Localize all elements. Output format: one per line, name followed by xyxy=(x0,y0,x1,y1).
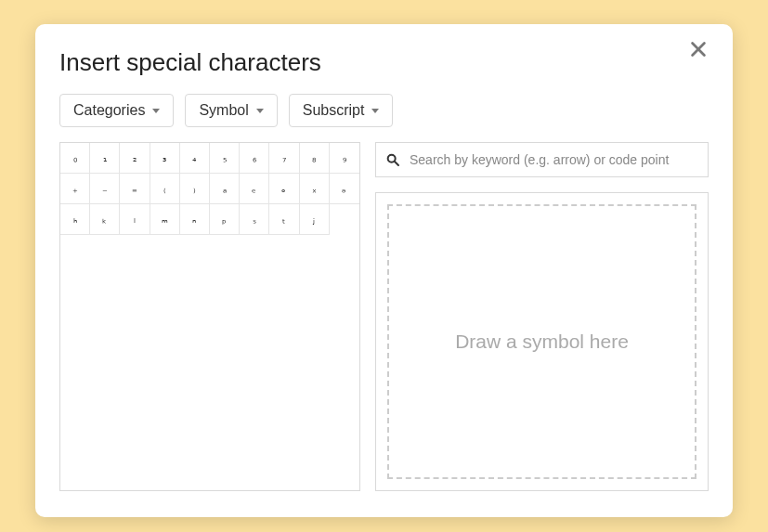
chevron-down-icon xyxy=(371,109,379,113)
character-cell[interactable]: ₀ xyxy=(60,143,90,174)
content-row: ₀₁₂₃₄₅₆₇₈₉₊₋₌₍₎ₐₑₒₓₔₕₖₗₘₙₚₛₜⱼ Draw a sym… xyxy=(59,142,709,491)
character-cell[interactable]: ₇ xyxy=(269,143,299,174)
draw-hint: Draw a symbol here xyxy=(455,331,629,353)
search-icon xyxy=(385,152,400,167)
character-cell[interactable]: ₉ xyxy=(330,143,359,174)
draw-panel: Draw a symbol here xyxy=(375,192,709,491)
character-cell[interactable]: ₒ xyxy=(269,174,299,204)
group-dropdown-label: Symbol xyxy=(199,102,248,119)
character-cell[interactable]: ⱼ xyxy=(300,204,330,235)
character-cell[interactable]: ₕ xyxy=(60,204,90,235)
close-icon xyxy=(688,39,709,59)
close-button[interactable] xyxy=(688,39,714,65)
character-cell[interactable]: ₎ xyxy=(180,174,210,204)
character-cell[interactable]: ₌ xyxy=(120,174,150,204)
character-grid: ₀₁₂₃₄₅₆₇₈₉₊₋₌₍₎ₐₑₒₓₔₕₖₗₘₙₚₛₜⱼ xyxy=(60,143,359,235)
character-cell[interactable]: ₛ xyxy=(240,204,269,235)
right-column: Draw a symbol here xyxy=(375,142,709,491)
categories-dropdown-label: Categories xyxy=(73,102,145,119)
character-cell[interactable]: ₙ xyxy=(180,204,210,235)
character-cell[interactable]: ₋ xyxy=(90,174,120,204)
character-cell[interactable]: ₖ xyxy=(90,204,120,235)
character-cell[interactable]: ₔ xyxy=(330,174,359,204)
character-cell[interactable]: ₃ xyxy=(150,143,180,174)
character-cell[interactable]: ₊ xyxy=(60,174,90,204)
character-cell[interactable]: ₅ xyxy=(210,143,240,174)
subgroup-dropdown[interactable]: Subscript xyxy=(289,94,394,127)
character-grid-panel: ₀₁₂₃₄₅₆₇₈₉₊₋₌₍₎ₐₑₒₓₔₕₖₗₘₙₚₛₜⱼ xyxy=(59,142,360,491)
character-cell[interactable]: ₍ xyxy=(150,174,180,204)
character-cell[interactable]: ₑ xyxy=(240,174,269,204)
character-cell[interactable]: ₘ xyxy=(150,204,180,235)
group-dropdown[interactable]: Symbol xyxy=(185,94,277,127)
draw-area[interactable]: Draw a symbol here xyxy=(387,204,696,479)
svg-line-3 xyxy=(395,162,398,165)
subgroup-dropdown-label: Subscript xyxy=(303,102,365,119)
character-cell[interactable]: ₂ xyxy=(120,143,150,174)
search-input[interactable] xyxy=(408,151,698,168)
character-cell[interactable]: ₁ xyxy=(90,143,120,174)
character-cell[interactable]: ₜ xyxy=(269,204,299,235)
character-cell[interactable]: ₈ xyxy=(300,143,330,174)
special-characters-dialog: Insert special characters Categories Sym… xyxy=(35,24,733,517)
character-cell[interactable]: ₆ xyxy=(240,143,269,174)
character-cell[interactable]: ₗ xyxy=(120,204,150,235)
character-cell[interactable]: ₐ xyxy=(210,174,240,204)
chevron-down-icon xyxy=(152,109,160,113)
character-cell[interactable]: ₚ xyxy=(210,204,240,235)
character-cell[interactable]: ₄ xyxy=(180,143,210,174)
character-cell[interactable]: ₓ xyxy=(300,174,330,204)
dialog-title: Insert special characters xyxy=(59,48,709,77)
categories-dropdown[interactable]: Categories xyxy=(59,94,174,127)
dropdown-row: Categories Symbol Subscript xyxy=(59,94,709,127)
search-box[interactable] xyxy=(375,142,709,177)
chevron-down-icon xyxy=(256,109,264,113)
